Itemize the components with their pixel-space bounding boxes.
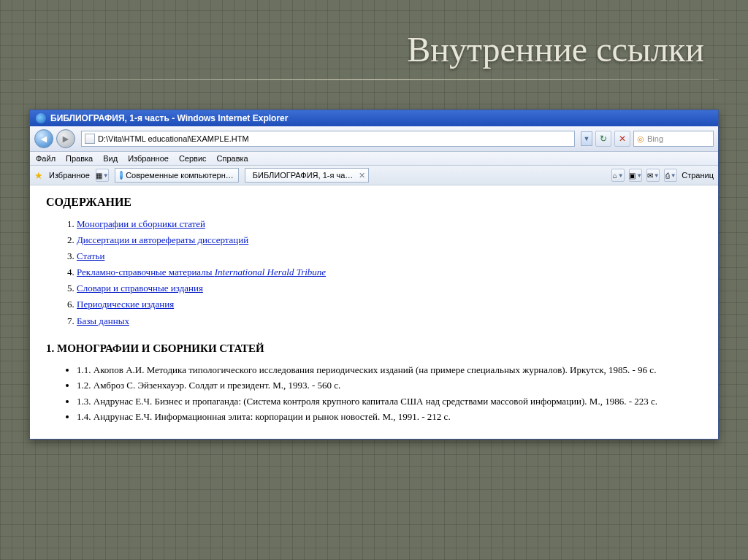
quick-tabs-button[interactable]: ▦▼ xyxy=(96,169,109,182)
favorites-label[interactable]: Избранное xyxy=(49,171,90,180)
mail-button[interactable]: ✉▼ xyxy=(646,169,660,182)
toc-link-5[interactable]: Словари и справочные издания xyxy=(77,283,203,294)
feeds-button[interactable]: ▣▼ xyxy=(629,169,642,182)
home-button[interactable]: ⌂▼ xyxy=(611,169,625,182)
search-box[interactable]: ◎ Bing xyxy=(633,131,714,147)
page-content: СОДЕРЖАНИЕ Монографии и сборники статей … xyxy=(30,185,718,439)
window-title: БИБЛИОГРАФИЯ, 1-я часть - Windows Intern… xyxy=(50,113,288,123)
address-text: D:\Vita\HTML educational\EXAMPLE.HTM xyxy=(98,134,249,143)
pages-menu[interactable]: Страниц xyxy=(682,171,714,180)
menu-edit[interactable]: Правка xyxy=(66,154,93,163)
tab-0-label: Современные компьютерн… xyxy=(126,171,234,180)
page-icon xyxy=(85,134,95,144)
list-item: 1.3. Андрунас Е.Ч. Бизнес и пропаганда: … xyxy=(77,394,702,409)
toc-link-4[interactable]: Рекламно-справочные материалы Internatio… xyxy=(77,266,326,277)
toc-link-2[interactable]: Диссертации и авторефераты диссертаций xyxy=(77,234,248,245)
toc-link-6[interactable]: Периодические издания xyxy=(77,299,174,310)
tab-1[interactable]: БИБЛИОГРАФИЯ, 1-я ча… ✕ xyxy=(245,168,369,183)
toc-link-1[interactable]: Монографии и сборники статей xyxy=(77,218,205,229)
list-item: 1.2. Амброз С. Эйзенхауэр. Солдат и през… xyxy=(77,377,702,393)
toc-link-3[interactable]: Статьи xyxy=(77,250,104,261)
favorites-star-icon[interactable]: ★ xyxy=(34,170,43,181)
window-titlebar: БИБЛИОГРАФИЯ, 1-я часть - Windows Intern… xyxy=(30,110,718,126)
tab-1-label: БИБЛИОГРАФИЯ, 1-я ча… xyxy=(253,171,354,180)
nav-toolbar: ◄ ► D:\Vita\HTML educational\EXAMPLE.HTM… xyxy=(30,126,718,152)
menu-file[interactable]: Файл xyxy=(36,154,56,163)
title-divider xyxy=(29,79,719,80)
ie-icon xyxy=(120,171,123,180)
print-button[interactable]: ⎙▼ xyxy=(664,169,677,182)
list-item: 1.1. Акопов А.И. Методика типологическог… xyxy=(77,362,702,377)
refresh-button[interactable]: ↻ xyxy=(595,131,611,147)
back-button[interactable]: ◄ xyxy=(34,129,53,148)
favorites-bar: ★ Избранное ▦▼ Современные компьютерн… Б… xyxy=(30,166,718,185)
menu-favorites[interactable]: Избранное xyxy=(128,154,169,163)
browser-window: БИБЛИОГРАФИЯ, 1-я часть - Windows Intern… xyxy=(29,110,719,440)
toc-link-7[interactable]: Базы данных xyxy=(77,315,129,326)
search-provider-icon: ◎ xyxy=(637,134,644,144)
stop-button[interactable]: ✕ xyxy=(614,131,630,147)
content-heading: СОДЕРЖАНИЕ xyxy=(46,196,702,209)
address-bar[interactable]: D:\Vita\HTML educational\EXAMPLE.HTM xyxy=(81,131,575,147)
list-item: 1.4. Андрунас Е.Ч. Информационная элита:… xyxy=(77,409,702,424)
toc-list: Монографии и сборники статей Диссертации… xyxy=(77,216,702,329)
bibliography-list: 1.1. Акопов А.И. Методика типологическог… xyxy=(77,362,702,425)
command-bar: ⌂▼ ▣▼ ✉▼ ⎙▼ Страниц xyxy=(611,169,714,182)
tab-0[interactable]: Современные компьютерн… xyxy=(115,168,239,183)
forward-button[interactable]: ► xyxy=(56,129,75,148)
address-dropdown[interactable]: ▼ xyxy=(581,131,592,146)
close-tab-icon[interactable]: ✕ xyxy=(359,171,365,180)
slide-title: Внутренние ссылки xyxy=(407,29,704,69)
ie-icon xyxy=(36,113,46,123)
menu-bar: Файл Правка Вид Избранное Сервис Справка xyxy=(30,152,718,166)
menu-help[interactable]: Справка xyxy=(217,154,248,163)
menu-tools[interactable]: Сервис xyxy=(179,154,207,163)
search-placeholder: Bing xyxy=(647,134,663,143)
section-heading: 1. МОНОГРАФИИ И СБОРНИКИ СТАТЕЙ xyxy=(46,342,702,355)
menu-view[interactable]: Вид xyxy=(103,154,118,163)
